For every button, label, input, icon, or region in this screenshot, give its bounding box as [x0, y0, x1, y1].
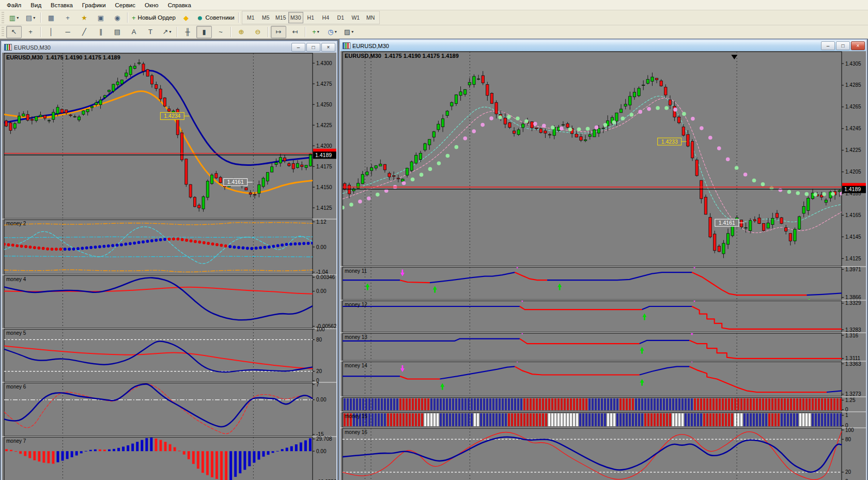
chart-panel[interactable] [4, 437, 313, 480]
menu-item-1[interactable]: Вид [26, 1, 46, 9]
periods-button[interactable]: ◷▾ [324, 26, 340, 38]
templates-button[interactable]: ▨▾ [341, 26, 357, 38]
navigator-button[interactable]: ★ [76, 11, 92, 24]
chart-panel[interactable] [4, 53, 313, 219]
close-button[interactable]: × [851, 41, 865, 50]
profiles-button[interactable]: ▤▾ [23, 11, 38, 24]
histogram-bar [80, 451, 83, 453]
menu-item-4[interactable]: Сервис [111, 1, 140, 9]
maximize-button[interactable]: □ [836, 41, 850, 50]
zoom-out-button[interactable]: ⊖ [250, 26, 266, 38]
arrows-button[interactable]: ↗▾ [159, 26, 175, 38]
stripe-bar [474, 398, 476, 410]
indicators-button[interactable]: +▾ [308, 26, 323, 38]
profiles-dropdown-icon[interactable]: ▾ [33, 16, 35, 20]
timeframe-D1[interactable]: D1 [333, 12, 348, 23]
templates-dropdown-icon[interactable]: ▾ [351, 29, 353, 34]
auto-scroll-button[interactable]: ↦ [271, 26, 286, 38]
stripe-bar [743, 413, 746, 426]
timeframe-W1[interactable]: W1 [348, 12, 363, 23]
chart-window-left[interactable]: EURUSD,M30 – □ × EURUSD,M30 1.4175 1.419… [1, 40, 338, 480]
text-button[interactable]: A [126, 26, 142, 38]
timeframe-H4[interactable]: H4 [318, 12, 333, 23]
stripe-bar [774, 398, 777, 410]
chart-area[interactable]: EURUSD,M30 1.4175 1.4190 1.4175 1.4189 1… [340, 51, 866, 480]
strategy-tester-button[interactable]: ◉ [110, 11, 125, 24]
candlesticks-button[interactable]: ▮ [196, 26, 212, 38]
new-order-button[interactable]: +Новый Ордер [130, 11, 177, 24]
histogram-bar [10, 450, 12, 452]
market-watch-button[interactable]: ▦ [43, 11, 59, 24]
trendline-button[interactable]: ╱ [76, 26, 92, 38]
zoom-in-button[interactable]: ⊕ [234, 26, 249, 38]
new-chart-dropdown-icon[interactable]: ▾ [17, 16, 19, 20]
candlestick [669, 100, 671, 105]
terminal-button[interactable]: ▣ [93, 11, 109, 24]
indicator-dot [55, 247, 58, 251]
chart-panel[interactable] [4, 383, 313, 436]
timeframe-M15[interactable]: M15 [273, 12, 288, 23]
arrows-dropdown-icon[interactable]: ▾ [169, 29, 171, 34]
crosshair-button[interactable]: + [23, 26, 38, 38]
candlestick [198, 205, 200, 208]
chart-area[interactable]: EURUSD,M30 1.4175 1.4190 1.4175 1.4189 1… [2, 53, 336, 480]
indicator-dot [542, 123, 546, 128]
stripe-bar [433, 413, 436, 426]
periods-dropdown-icon[interactable]: ▾ [335, 29, 337, 34]
expert-advisors-button[interactable]: ☻Советники [195, 11, 236, 24]
menu-item-6[interactable]: Справка [163, 1, 196, 9]
candlestick [477, 79, 479, 80]
stripe-bar [694, 413, 696, 426]
axis-label: 1.4275 [316, 81, 332, 87]
candlestick [163, 98, 166, 106]
window-titlebar[interactable]: EURUSD,M30 – □ × [2, 42, 336, 53]
cursor-button[interactable]: ↖ [6, 26, 22, 38]
timeframe-M5[interactable]: M5 [258, 12, 273, 23]
candlestick [495, 102, 498, 114]
stripe-bar [796, 398, 798, 410]
timeframe-MN[interactable]: MN [363, 12, 378, 23]
stripe-bar [508, 413, 510, 426]
candlestick [424, 144, 426, 150]
stripe-bar [616, 398, 618, 410]
timeframe-M1[interactable]: M1 [243, 12, 258, 23]
chart-shift-button[interactable]: ↤ [287, 26, 303, 38]
chart-panel[interactable] [4, 275, 313, 328]
chart-panel[interactable] [343, 333, 842, 361]
stripe-bar [790, 398, 792, 410]
maximize-button[interactable]: □ [306, 43, 320, 52]
data-window-button[interactable]: + [60, 11, 75, 24]
menu-item-0[interactable]: Файл [2, 1, 26, 9]
metaeditor-button[interactable]: ◆ [178, 11, 194, 24]
timeframe-H1[interactable]: H1 [303, 12, 318, 23]
menu-item-2[interactable]: Вставка [46, 1, 78, 9]
line-chart-button[interactable]: ~ [213, 26, 228, 38]
chart-panel[interactable] [4, 329, 313, 382]
chart-panel[interactable] [4, 220, 313, 274]
fibonacci-button[interactable]: ▤ [110, 26, 125, 38]
bar-chart-button[interactable]: ╫ [180, 26, 195, 38]
text-label-button[interactable]: T [143, 26, 158, 38]
stripe-bar [805, 398, 808, 410]
candlestick [90, 106, 93, 108]
indicator-dot [446, 154, 450, 158]
stripe-bar [747, 413, 749, 426]
indicators-dropdown-icon[interactable]: ▾ [317, 29, 319, 34]
close-button[interactable]: × [321, 43, 335, 52]
menu-item-5[interactable]: Окно [140, 1, 163, 9]
chart-panel[interactable] [343, 301, 842, 332]
stripe-bar [743, 398, 746, 410]
timeframe-M30[interactable]: M30 [288, 12, 303, 23]
menu-item-3[interactable]: Графики [78, 1, 111, 9]
minimize-button[interactable]: – [291, 43, 305, 52]
new-chart-button[interactable]: ▥▾ [6, 11, 22, 24]
equidistant-channel-button[interactable]: ∥ [93, 26, 109, 38]
candlestick [722, 243, 725, 254]
toolbar-separator [40, 12, 41, 23]
window-titlebar[interactable]: EURUSD,M30 – □ × [340, 40, 866, 51]
horizontal-line-button[interactable]: ─ [60, 26, 75, 38]
chart-window-right[interactable]: EURUSD,M30 – □ × EURUSD,M30 1.4175 1.419… [339, 39, 867, 480]
minimize-button[interactable]: – [821, 41, 835, 50]
vertical-line-button[interactable]: │ [43, 26, 59, 38]
crosshair-icon: + [28, 28, 33, 36]
